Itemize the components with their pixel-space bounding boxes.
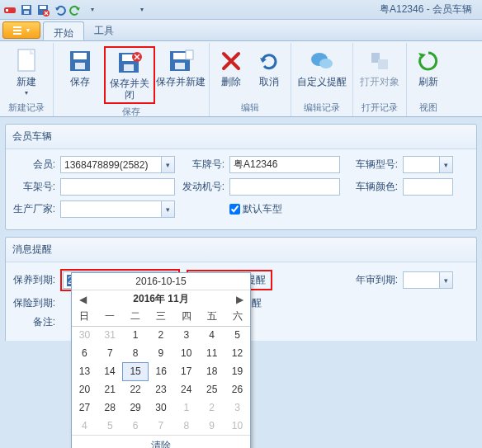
member-input[interactable] <box>60 156 161 173</box>
plate-input[interactable] <box>229 156 340 173</box>
cancel-button[interactable]: 取消 <box>250 46 288 89</box>
member-combo[interactable]: ▾ <box>60 156 175 173</box>
qat-undo-icon[interactable] <box>53 3 66 17</box>
calendar-day[interactable]: 8 <box>123 344 149 362</box>
calendar-day[interactable]: 4 <box>199 326 224 344</box>
calendar-day[interactable]: 10 <box>224 417 250 435</box>
frame-input[interactable] <box>60 178 175 196</box>
calendar-dow: 六 <box>224 308 250 326</box>
annual-date-combo[interactable]: ▾ <box>403 271 453 289</box>
tab-start[interactable]: 开始 <box>43 21 84 40</box>
calendar-day[interactable]: 8 <box>173 417 199 435</box>
calendar-day[interactable]: 2 <box>199 398 224 417</box>
annual-label: 年审到期: <box>276 273 399 287</box>
calendar-day[interactable]: 15 <box>123 362 149 380</box>
plate-label: 车牌号: <box>178 158 226 172</box>
calendar-prev-icon[interactable]: ◀ <box>77 294 88 305</box>
calendar-day[interactable]: 1 <box>123 326 149 344</box>
calendar-next-icon[interactable]: ▶ <box>234 294 245 305</box>
calendar-day[interactable]: 29 <box>123 398 149 417</box>
new-icon <box>13 48 40 74</box>
ribbon-group-open: 打开对象 打开记录 <box>353 43 407 116</box>
window-title: 粤A12346 - 会员车辆 <box>380 2 479 17</box>
app-menu-button[interactable]: ▾ <box>2 21 40 39</box>
calendar-day[interactable]: 7 <box>97 344 123 362</box>
calendar-day[interactable]: 30 <box>72 326 97 344</box>
calendar-dow: 一 <box>97 308 123 326</box>
calendar-day[interactable]: 12 <box>224 344 250 362</box>
refresh-button[interactable]: 刷新 <box>409 46 447 89</box>
svg-rect-21 <box>175 63 185 69</box>
calendar-day[interactable]: 20 <box>72 380 97 398</box>
new-button[interactable]: 新建 ▾ <box>2 46 50 98</box>
custom-remind-button[interactable]: 自定义提醒 <box>294 46 350 89</box>
calendar-day[interactable]: 17 <box>173 362 199 380</box>
calendar-day[interactable]: 21 <box>97 380 123 398</box>
default-model-checkbox[interactable]: 默认车型 <box>229 202 282 216</box>
model-label: 车辆型号: <box>343 158 399 172</box>
qat-redo-icon[interactable] <box>69 3 83 17</box>
calendar-day[interactable]: 10 <box>173 344 199 362</box>
calendar-day[interactable]: 9 <box>199 417 224 435</box>
save-new-button[interactable]: 保存并新建 <box>155 46 206 89</box>
annual-date-input[interactable] <box>403 271 439 289</box>
calendar-clear[interactable]: 清除 <box>72 435 250 448</box>
engine-input[interactable] <box>229 178 340 196</box>
calendar-day[interactable]: 24 <box>173 380 199 398</box>
qat-save-close-icon[interactable] <box>36 3 50 17</box>
save-button[interactable]: 保存 <box>56 46 104 89</box>
calendar-day[interactable]: 31 <box>97 326 123 344</box>
calendar-day[interactable]: 1 <box>173 398 199 417</box>
svg-rect-26 <box>378 59 388 69</box>
calendar-day[interactable]: 26 <box>224 380 250 398</box>
calendar-day[interactable]: 3 <box>173 326 199 344</box>
qat-save-icon[interactable] <box>20 3 33 17</box>
maker-combo[interactable]: ▾ <box>60 200 175 218</box>
calendar-day[interactable]: 27 <box>72 398 97 417</box>
calendar-day[interactable]: 5 <box>97 417 123 435</box>
member-label: 会员: <box>11 158 57 172</box>
save-close-button[interactable]: 保存并关闭 <box>104 46 155 104</box>
calendar-day[interactable]: 9 <box>149 344 174 362</box>
dropdown-icon[interactable]: ▾ <box>439 156 453 173</box>
calendar-day[interactable]: 19 <box>224 362 250 380</box>
qat-more-icon[interactable]: ▾ <box>135 3 149 17</box>
calendar-day[interactable]: 11 <box>199 344 224 362</box>
model-input[interactable] <box>403 156 439 173</box>
calendar-month[interactable]: 2016年 11月 <box>88 292 234 306</box>
maker-label: 生产厂家: <box>11 202 57 216</box>
calendar-day[interactable]: 30 <box>149 398 174 417</box>
calendar-day[interactable]: 13 <box>72 362 97 380</box>
calendar-day[interactable]: 18 <box>199 362 224 380</box>
calendar-day[interactable]: 6 <box>72 344 97 362</box>
calendar-day[interactable]: 4 <box>72 417 97 435</box>
calendar-day[interactable]: 3 <box>224 398 250 417</box>
calendar-day[interactable]: 16 <box>149 362 174 380</box>
calendar-day[interactable]: 2 <box>149 326 174 344</box>
svg-rect-14 <box>75 63 85 69</box>
quick-access-toolbar: ▾ ▾ <box>3 3 149 17</box>
dropdown-icon[interactable]: ▾ <box>161 200 175 218</box>
calendar-day[interactable]: 25 <box>199 380 224 398</box>
calendar-day[interactable]: 28 <box>97 398 123 417</box>
calendar-day[interactable]: 22 <box>123 380 149 398</box>
calendar-day[interactable]: 14 <box>97 362 123 380</box>
calendar-day[interactable]: 23 <box>149 380 174 398</box>
frame-label: 车架号: <box>11 180 57 194</box>
qat-dropdown-icon[interactable]: ▾ <box>86 3 99 17</box>
dropdown-icon[interactable]: ▾ <box>439 271 453 289</box>
calendar-day[interactable]: 6 <box>123 417 149 435</box>
maker-input[interactable] <box>60 200 161 218</box>
app-icon <box>3 3 17 17</box>
calendar-dow: 日 <box>72 308 97 326</box>
title-bar: ▾ ▾ 粤A12346 - 会员车辆 <box>0 0 482 20</box>
calendar-day[interactable]: 7 <box>149 417 174 435</box>
delete-button[interactable]: 删除 <box>212 46 250 89</box>
color-input[interactable] <box>403 178 453 196</box>
calendar-day[interactable]: 5 <box>224 326 250 344</box>
dropdown-icon[interactable]: ▾ <box>161 156 175 173</box>
open-object-button[interactable]: 打开对象 <box>356 46 404 89</box>
model-combo[interactable]: ▾ <box>403 156 453 173</box>
remind-suffix: 醒 <box>252 296 262 310</box>
tab-tools[interactable]: 工具 <box>84 20 124 40</box>
